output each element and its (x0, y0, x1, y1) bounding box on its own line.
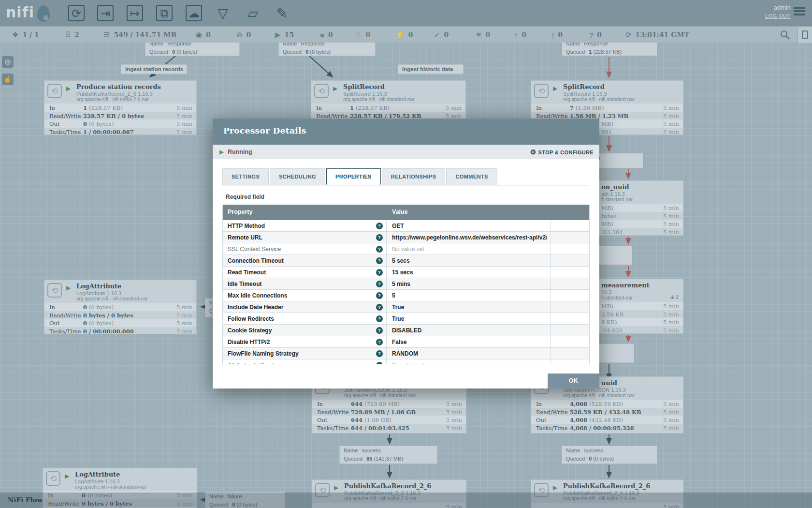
help-icon[interactable]: ? (376, 315, 383, 322)
processor[interactable]: ⟲▶Produce station recordsPublishKafkaRec… (44, 80, 197, 135)
connection-label[interactable]: NamesuccessQueued85 (141.37 MB) (339, 446, 437, 464)
running-icon: ▶ (219, 149, 224, 155)
logout-link[interactable]: LOG OUT (765, 13, 791, 19)
stat-count: 0 (83, 120, 89, 127)
stat-period: 5 min (663, 105, 679, 111)
help-icon[interactable]: ? (376, 269, 383, 276)
processor-bundle: org.apache.nifi - nifi-standard-nar (75, 484, 146, 490)
help-icon[interactable]: ? (376, 350, 383, 357)
connection-row-value: (0 bytes) (176, 49, 197, 55)
connection-label-row: Queued0 (0 bytes) (149, 49, 197, 55)
stat-period: 5 min (663, 401, 679, 407)
connection-label-row: Namesuccess (566, 448, 603, 453)
help-icon[interactable]: ? (376, 234, 383, 241)
search-icon[interactable] (780, 30, 790, 40)
stat-label: In (536, 105, 542, 111)
up-arrow-icon: ↑ (514, 31, 518, 39)
processor-name: SplitRecord (343, 83, 385, 90)
connection-label-row: Na (209, 300, 213, 306)
process-group-icon[interactable]: ⧉ (156, 5, 173, 21)
stat-label: Tasks/Time (536, 425, 567, 432)
running-icon: ▶ (65, 473, 69, 479)
stat-count: 7 (570, 105, 576, 111)
help-icon[interactable]: ? (376, 292, 383, 299)
processor-stat-row: Tasks/Time644 / 00:01:03.425 5 min (312, 424, 466, 432)
input-port-icon[interactable]: ⇥ (97, 5, 114, 21)
property-name: Remote URL (228, 234, 262, 241)
stat-period: 5 min (663, 213, 679, 220)
help-icon[interactable]: ? (376, 304, 383, 311)
stat-value: 1 (228.57 KB) (350, 105, 390, 111)
canvas-label[interactable]: Ingest station records (121, 64, 187, 74)
property-row: Include Date Header?True (223, 301, 589, 313)
stat-value: 0 / 00:00:00.000 (83, 328, 134, 335)
property-value: 5 secs (392, 257, 410, 264)
help-icon[interactable]: ? (376, 223, 383, 229)
hand-button[interactable]: ☝ (2, 74, 14, 85)
tab-relationships[interactable]: RELATIONSHIPS (382, 168, 446, 185)
stat-label: In (317, 401, 323, 407)
tab-scheduling[interactable]: SCHEDULING (270, 168, 325, 185)
table-header: Property Value (223, 205, 589, 220)
processor[interactable]: ⟲▶LogAttributeLogAttribute 1.16.3org.apa… (44, 280, 197, 334)
processor-icon: ⟲ (47, 283, 62, 298)
connection-row-value: (228.57 KB) (593, 49, 622, 55)
stat-value: 2 (74, 31, 79, 39)
gear-icon: ⚙ (530, 148, 536, 156)
stat-period: 5 min (176, 304, 192, 311)
current-user: admin (765, 4, 791, 11)
template-icon[interactable]: ▱ (245, 5, 261, 21)
stat-value-fragment: 661 (601, 129, 612, 135)
connection-label[interactable]: NaQu (205, 298, 213, 317)
connection-row-label: Qu (209, 308, 213, 314)
help-icon[interactable]: ? (376, 327, 383, 334)
funnel-icon[interactable]: ▽ (215, 5, 231, 21)
processor-bundle: org.apache.nifi - nifi-standard-nar (563, 393, 634, 398)
flow-status-bar: ❖1 / 1⠿2☰549 / 141.71 MB◉0⊘0▶15■0⚠0⚡0✓0✳… (0, 26, 812, 43)
stat-value: 0 (597, 31, 602, 39)
processor-stat-row: Out644 (1.06 GB)5 min (312, 416, 466, 424)
new-template-button[interactable] (798, 27, 812, 43)
connection-row-label: Queued (283, 49, 302, 55)
tab-settings[interactable]: SETTINGS (222, 168, 269, 185)
tab-comments[interactable]: COMMENTS (446, 168, 497, 185)
stat-count: 528.59 KB / 432.48 KB (570, 409, 641, 416)
property-name: Cookie Strategy (228, 327, 272, 334)
help-icon[interactable]: ? (376, 257, 383, 264)
help-icon[interactable]: ? (376, 362, 383, 364)
property-name: SSL Context Service (228, 246, 281, 253)
processor-stat-row: In4,068 (528.59 KB)5 min (531, 400, 683, 408)
breadcrumb[interactable]: NiFi Flow (8, 496, 43, 504)
stat-count: 644 (351, 417, 364, 423)
help-icon[interactable]: ? (376, 339, 383, 345)
processor-icon[interactable]: ⟳ (68, 5, 85, 21)
processor-name: PublishKafkaRecord_2_6 (563, 482, 650, 490)
label-icon[interactable]: ✎ (274, 5, 290, 21)
property-row: Follow Redirects?True (223, 313, 589, 325)
stat-value: 1 / 00:00:00.067 (83, 129, 134, 135)
stat-count: 0 bytes / 0 bytes (83, 312, 133, 319)
exclamation-icon: ! (552, 31, 554, 39)
help-icon[interactable]: ? (376, 246, 383, 253)
canvas-label[interactable]: Ingest historic data (398, 64, 464, 74)
property-value: 15 secs (392, 269, 413, 276)
running-icon: ▶ (333, 85, 337, 92)
stat-label: Read/Write (317, 409, 348, 416)
output-port-icon[interactable]: ↦ (127, 5, 143, 21)
stop-and-configure-button[interactable]: ⚙STOP & CONFIGURE (530, 148, 594, 156)
property-value: https://www.pegelonline.wsv.de/webservic… (392, 234, 547, 241)
tab-properties[interactable]: PROPERTIES (326, 168, 381, 185)
global-menu-icon[interactable] (794, 7, 805, 16)
stat-value: 0 (486, 31, 491, 39)
stat-period: 5 min (663, 409, 679, 416)
connection-label[interactable]: NamesuccessQueued0 (0 bytes) (562, 446, 657, 464)
birdseye-button[interactable]: ◎ (2, 56, 14, 68)
ok-button[interactable]: OK (548, 374, 599, 388)
stat-value: 0 (522, 31, 527, 39)
processor-bundle: org.apache.nifi - nifi-kafka-2-6-nar (76, 97, 149, 102)
remote-process-group-icon[interactable]: ☁ (186, 5, 202, 21)
property-column-header: Property (228, 209, 252, 215)
stat-period: 5 min (446, 417, 462, 423)
active-threads: ⠿2 (65, 27, 79, 43)
help-icon[interactable]: ? (376, 281, 383, 287)
